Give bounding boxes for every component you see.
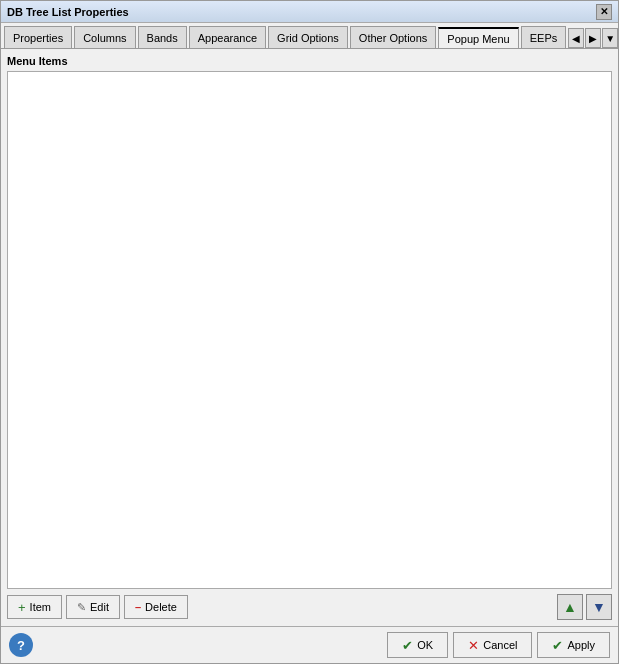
move-down-button[interactable]: ▼ xyxy=(586,594,612,620)
tab-eeps[interactable]: EEPs xyxy=(521,26,567,48)
section-label: Menu Items xyxy=(7,55,612,67)
cancel-x-icon: ✕ xyxy=(468,638,479,653)
ok-check-icon: ✔ xyxy=(402,638,413,653)
tabs-scroll-controls: ◀ ▶ ▼ xyxy=(568,28,618,48)
up-arrow-icon: ▲ xyxy=(563,599,577,615)
tab-appearance[interactable]: Appearance xyxy=(189,26,266,48)
bottom-bar: ? ✔ OK ✕ Cancel ✔ Apply xyxy=(1,626,618,663)
close-button[interactable]: ✕ xyxy=(596,4,612,20)
prev-tab-icon: ◀ xyxy=(572,33,580,44)
menu-items-list[interactable] xyxy=(7,71,612,589)
add-item-button[interactable]: + Item xyxy=(7,595,62,619)
tab-scroll-prev-button[interactable]: ◀ xyxy=(568,28,584,48)
edit-icon: ✎ xyxy=(77,601,86,614)
item-action-buttons: + Item ✎ Edit – Delete ▲ ▼ xyxy=(7,594,612,620)
move-up-button[interactable]: ▲ xyxy=(557,594,583,620)
ok-button[interactable]: ✔ OK xyxy=(387,632,448,658)
tab-grid-options[interactable]: Grid Options xyxy=(268,26,348,48)
window-title: DB Tree List Properties xyxy=(7,6,129,18)
tab-columns[interactable]: Columns xyxy=(74,26,135,48)
content-area: Menu Items + Item ✎ Edit – Delete ▲ ▼ xyxy=(1,49,618,626)
tab-popup-menu[interactable]: Popup Menu xyxy=(438,27,518,49)
tab-properties[interactable]: Properties xyxy=(4,26,72,48)
tab-other-options[interactable]: Other Options xyxy=(350,26,436,48)
help-button[interactable]: ? xyxy=(9,633,33,657)
help-icon: ? xyxy=(17,638,25,653)
tab-bands[interactable]: Bands xyxy=(138,26,187,48)
delete-button[interactable]: – Delete xyxy=(124,595,188,619)
down-arrow-icon: ▼ xyxy=(592,599,606,615)
dialog-buttons: ✔ OK ✕ Cancel ✔ Apply xyxy=(387,632,610,658)
next-tab-icon: ▶ xyxy=(589,33,597,44)
cancel-button[interactable]: ✕ Cancel xyxy=(453,632,532,658)
close-icon: ✕ xyxy=(600,6,608,17)
add-icon: + xyxy=(18,600,26,615)
title-bar: DB Tree List Properties ✕ xyxy=(1,1,618,23)
reorder-buttons: ▲ ▼ xyxy=(557,594,612,620)
tab-dropdown-button[interactable]: ▼ xyxy=(602,28,618,48)
main-window: DB Tree List Properties ✕ Properties Col… xyxy=(0,0,619,664)
delete-icon: – xyxy=(135,601,141,613)
edit-button[interactable]: ✎ Edit xyxy=(66,595,120,619)
tabs-row: Properties Columns Bands Appearance Grid… xyxy=(1,23,618,49)
apply-check-icon: ✔ xyxy=(552,638,563,653)
chevron-down-icon: ▼ xyxy=(605,33,615,44)
tab-scroll-next-button[interactable]: ▶ xyxy=(585,28,601,48)
apply-button[interactable]: ✔ Apply xyxy=(537,632,610,658)
